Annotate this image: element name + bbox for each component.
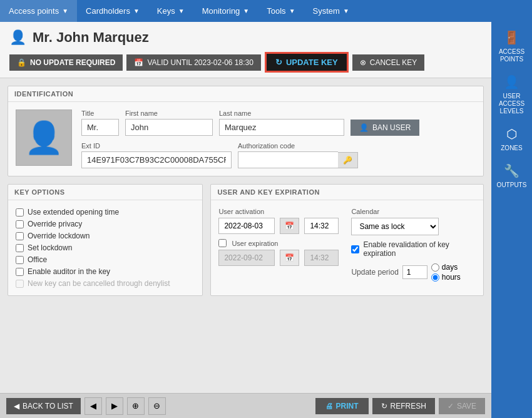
title-field-group: Title [81, 110, 119, 136]
update-period-row: Update period days hours [351, 263, 476, 282]
print-icon: 🖨 [325, 402, 333, 410]
ban-user-button[interactable]: 👤 BAN USER [350, 120, 419, 136]
sidebar-outputs[interactable]: 🔧 OUTPUTS [491, 158, 532, 194]
radio-hours-input[interactable] [431, 273, 439, 282]
activation-date-input[interactable] [218, 218, 275, 234]
key-options-checkbox-list: Use extended opening time Override priva… [16, 208, 195, 288]
first-name-label: First name [125, 110, 213, 117]
revalidation-row: Enable revalidation of key expiration [351, 240, 476, 258]
sidebar-zones[interactable]: ⬡ ZONES [491, 121, 532, 157]
user-expiration-checkbox[interactable] [218, 239, 227, 247]
refresh-icon: ↻ [381, 402, 387, 410]
prev-button[interactable]: ◀ [84, 397, 102, 415]
remove-icon: ⊖ [153, 401, 160, 410]
activation-time-input[interactable] [304, 218, 339, 234]
last-name-field-group: Last name [219, 110, 344, 136]
calendar-icon: 📅 [134, 58, 143, 67]
bottom-panels: KEY OPTIONS Use extended opening time Ov… [8, 184, 484, 296]
revalidation-checkbox[interactable] [351, 245, 359, 253]
save-button: ✓ SAVE [439, 398, 485, 414]
first-name-input[interactable] [125, 119, 213, 136]
identification-body: 👤 Title First name [8, 102, 483, 176]
title-label: Title [81, 110, 119, 117]
right-sidebar: 🚪 ACCESS POINTS 👤 USER ACCESS LEVELS ⬡ Z… [491, 22, 532, 418]
radio-days-input[interactable] [431, 263, 439, 272]
ext-id-input[interactable] [81, 151, 232, 168]
main-content: 👤 Mr. John Marquez 🔒 NO UPDATE REQUIRED … [0, 22, 491, 393]
checkbox-extended-opening-input[interactable] [16, 208, 24, 217]
nav-cardholders-arrow: ▼ [133, 8, 140, 14]
ban-icon: 👤 [359, 123, 369, 132]
checkbox-set-lockdown[interactable]: Set lockdown [16, 243, 195, 252]
user-access-levels-icon: 👤 [504, 74, 519, 89]
auth-code-label: Authorization code [238, 142, 358, 150]
expiration-label-row: User expiration [218, 239, 339, 247]
last-name-input[interactable] [219, 119, 344, 136]
nav-access-points[interactable]: Access points ▼ [0, 0, 77, 22]
checkbox-set-lockdown-input[interactable] [16, 244, 24, 252]
radio-hours[interactable]: hours [431, 273, 461, 282]
identification-title: IDENTIFICATION [8, 86, 483, 102]
checkbox-override-lockdown[interactable]: Override lockdown [16, 232, 195, 240]
valid-until-button[interactable]: 📅 VALID UNTIL 2023-02-06 18:30 [126, 54, 260, 71]
content-body: IDENTIFICATION 👤 Title First na [0, 78, 491, 303]
auth-code-field-group: Authorization code 🔑 [238, 142, 358, 168]
print-button[interactable]: 🖨 PRINT [315, 398, 369, 414]
form-fields: Title First name Last name [81, 110, 476, 168]
nav-access-points-arrow: ▼ [62, 8, 68, 14]
checkbox-override-privacy-input[interactable] [16, 220, 24, 228]
prev-icon: ◀ [90, 401, 96, 410]
checkbox-override-privacy[interactable]: Override privacy [16, 220, 195, 228]
refresh-button[interactable]: ↻ REFRESH [372, 398, 435, 414]
back-to-list-button[interactable]: ◀ BACK TO LIST [6, 398, 81, 414]
checkbox-enable-auditor[interactable]: Enable auditor in the key [16, 267, 195, 276]
checkbox-override-lockdown-input[interactable] [16, 232, 24, 240]
title-input[interactable] [81, 119, 119, 136]
top-navigation: Access points ▼ Cardholders ▼ Keys ▼ Mon… [0, 0, 532, 22]
cancel-icon: ⊗ [360, 58, 366, 67]
auth-key-button[interactable]: 🔑 [338, 152, 358, 168]
cancel-key-button[interactable]: ⊗ CANCEL KEY [352, 54, 425, 71]
access-points-icon: 🚪 [504, 30, 519, 45]
update-period-label: Update period [351, 268, 398, 277]
avatar: 👤 [16, 110, 72, 166]
checkbox-enable-auditor-input[interactable] [16, 268, 24, 276]
ext-id-label: Ext ID [81, 142, 232, 150]
radio-days[interactable]: days [431, 263, 461, 272]
expiration-calendar-button[interactable]: 📅 [280, 250, 299, 266]
no-update-required-button[interactable]: 🔒 NO UPDATE REQUIRED [9, 54, 123, 71]
remove-button[interactable]: ⊖ [148, 397, 166, 415]
checkbox-office-input[interactable] [16, 256, 24, 264]
user-key-title: USER AND KEY EXPIRATION [211, 185, 483, 200]
add-button[interactable]: ⊕ [127, 397, 145, 415]
next-icon: ▶ [111, 401, 118, 410]
user-expiration-label: User expiration [232, 240, 278, 247]
expiration-date-input [218, 250, 275, 266]
ext-id-field-group: Ext ID [81, 142, 232, 168]
user-avatar-icon: 👤 [9, 29, 26, 46]
user-key-expiration-panel: USER AND KEY EXPIRATION User activation … [210, 184, 484, 296]
nav-system[interactable]: System ▼ [304, 0, 358, 22]
lock-icon: 🔒 [17, 58, 26, 67]
back-arrow-icon: ◀ [14, 402, 19, 410]
sidebar-access-points[interactable]: 🚪 ACCESS POINTS [491, 25, 532, 68]
nav-system-arrow: ▼ [343, 8, 349, 14]
activation-row: 📅 [218, 218, 339, 234]
nav-cardholders[interactable]: Cardholders ▼ [77, 0, 148, 22]
checkbox-office[interactable]: Office [16, 255, 195, 264]
key-options-panel: KEY OPTIONS Use extended opening time Ov… [8, 184, 203, 296]
auth-code-input[interactable] [238, 151, 338, 168]
calendar-label: Calendar [351, 208, 476, 215]
update-period-input[interactable] [402, 265, 427, 279]
next-button[interactable]: ▶ [106, 397, 123, 415]
activation-calendar-button[interactable]: 📅 [280, 218, 299, 234]
user-name-row: 👤 Mr. John Marquez [9, 29, 482, 46]
calendar-select[interactable]: Same as lock [351, 218, 439, 235]
nav-monitoring[interactable]: Monitoring ▼ [193, 0, 258, 22]
last-name-label: Last name [219, 110, 344, 117]
nav-keys[interactable]: Keys ▼ [148, 0, 193, 22]
sidebar-user-access-levels[interactable]: 👤 USER ACCESS LEVELS [491, 69, 532, 120]
update-key-button[interactable]: ↻ UPDATE KEY [265, 52, 349, 73]
checkbox-extended-opening[interactable]: Use extended opening time [16, 208, 195, 217]
nav-tools[interactable]: Tools ▼ [258, 0, 304, 22]
